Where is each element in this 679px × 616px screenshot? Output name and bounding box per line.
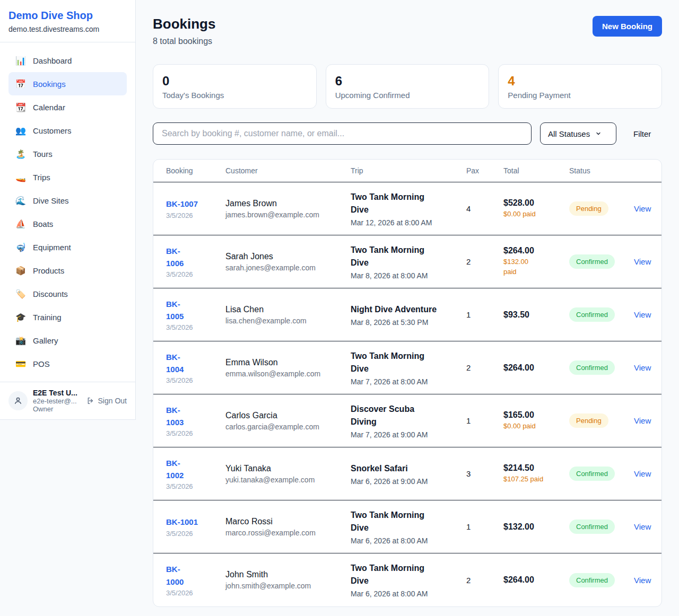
sidebar-item-label: Discounts [33,289,68,298]
status-badge: Confirmed [569,467,615,481]
sidebar: Demo Dive Shop demo.test.divestreams.com… [0,0,136,420]
sidebar-item-label: Bookings [33,80,66,89]
pax-count: 1 [466,522,503,531]
trip-name: Two Tank Morning Dive [351,350,440,375]
customer-email: john.smith@example.com [225,582,351,590]
sidebar-item-dive-sites[interactable]: 🌊 Dive Sites [8,189,127,212]
booking-id-link[interactable]: BK-1003 [166,404,190,429]
view-link[interactable]: View [628,469,651,478]
trip-datetime: Mar 12, 2026 at 8:00 AM [351,218,466,227]
pax-count: 2 [466,576,503,585]
customer-email: marco.rossi@example.com [225,529,351,537]
sidebar-item-label: Boats [33,219,53,228]
trip-datetime: Mar 6, 2026 at 8:00 AM [351,589,466,598]
trip-name: Two Tank Morning Dive [351,562,440,587]
pax-count: 3 [466,469,503,478]
column-header-pax: Pax [466,166,503,175]
stat-value: 6 [335,74,480,89]
tear-off-calendar-icon: 📆 [15,102,27,112]
sidebar-item-training[interactable]: 🎓 Training [8,305,127,329]
sidebar-user-footer: E2E Test U... e2e-tester@... Owner Sign … [0,382,135,419]
person-icon [13,396,23,406]
sidebar-item-gallery[interactable]: 📸 Gallery [8,329,127,352]
bookings-table: Booking Customer Trip Pax Total Status B… [153,159,662,607]
trip-datetime: Mar 6, 2026 at 9:00 AM [351,477,466,486]
sidebar-item-trips[interactable]: 🚤 Trips [8,165,127,189]
view-link[interactable]: View [628,416,651,425]
trip-name: Two Tank Morning Dive [351,509,440,534]
sidebar-item-label: Customers [33,126,72,135]
pax-count: 2 [466,257,503,266]
sidebar-item-label: POS [33,359,50,368]
sidebar-item-pos[interactable]: 💳 POS [8,352,127,375]
sidebar-item-label: Dive Sites [33,196,69,205]
booking-date: 3/5/2026 [166,376,225,384]
booking-id-link[interactable]: BK-1005 [166,298,190,323]
credit-card-icon: 💳 [15,359,27,369]
table-row: BK-1000 3/5/2026 John Smith john.smith@e… [153,553,661,606]
sidebar-item-calendar[interactable]: 📆 Calendar [8,95,127,119]
customer-email: carlos.garcia@example.com [225,423,351,431]
customer-email: yuki.tanaka@example.com [225,476,351,484]
camera-icon: 📸 [15,336,27,346]
pax-count: 2 [466,363,503,372]
sidebar-item-products[interactable]: 📦 Products [8,259,127,282]
new-booking-button[interactable]: New Booking [593,16,662,37]
view-link[interactable]: View [628,576,651,585]
booking-date: 3/5/2026 [166,429,225,437]
customer-name: James Brown [225,199,351,208]
customer-email: lisa.chen@example.com [225,316,351,325]
avatar [8,391,28,410]
sidebar-item-tours[interactable]: 🏝️ Tours [8,142,127,165]
user-info: E2E Test U... e2e-tester@... Owner [33,389,81,413]
column-header-total: Total [503,166,569,175]
view-link[interactable]: View [628,257,651,266]
sidebar-item-customers[interactable]: 👥 Customers [8,119,127,142]
sign-out-button[interactable]: Sign Out [86,397,127,405]
shop-title: Demo Dive Shop [8,10,127,22]
sidebar-item-dashboard[interactable]: 📊 Dashboard [8,49,127,72]
stat-card-todays-bookings: 0 Today's Bookings [153,64,317,109]
customer-name: Yuki Tanaka [225,464,351,473]
paid-amount: $107.25 paid [503,474,569,485]
sidebar-item-bookings[interactable]: 📅 Bookings [8,72,127,95]
trip-name: Discover Scuba Diving [351,403,440,428]
shop-domain: demo.test.divestreams.com [8,25,127,33]
customer-email: james.brown@example.com [225,210,351,219]
stats-row: 0 Today's Bookings 6 Upcoming Confirmed … [153,64,662,109]
sidebar-item-boats[interactable]: ⛵ Boats [8,212,127,235]
speedboat-icon: 🚤 [15,172,27,182]
sailboat-icon: ⛵ [15,219,27,229]
view-link[interactable]: View [628,204,651,213]
booking-id-link[interactable]: BK-1004 [166,351,190,376]
booking-id-link[interactable]: BK-1006 [166,245,190,270]
trip-datetime: Mar 7, 2026 at 9:00 AM [351,430,466,439]
booking-id-link[interactable]: BK-1000 [166,563,190,588]
view-link[interactable]: View [628,310,651,319]
filter-controls: All Statuses Filter [153,122,662,145]
booking-id-link[interactable]: BK-1001 [166,516,225,528]
search-input[interactable] [153,122,532,145]
sidebar-item-discounts[interactable]: 🏷️ Discounts [8,282,127,305]
booking-id-link[interactable]: BK-1002 [166,457,190,482]
total-amount: $165.00 [503,410,569,420]
customer-name: John Smith [225,570,351,579]
paid-amount: $0.00 paid [503,421,569,432]
customer-name: Marco Rossi [225,517,351,526]
booking-date: 3/5/2026 [166,212,225,219]
total-amount: $214.50 [503,463,569,473]
view-link[interactable]: View [628,522,651,531]
booking-id-link[interactable]: BK-1007 [166,198,225,210]
status-badge: Pending [569,413,608,428]
filter-button[interactable]: Filter [633,129,651,138]
logout-icon [86,397,95,405]
sidebar-item-equipment[interactable]: 🤿 Equipment [8,235,127,259]
status-filter-select[interactable]: All Statuses [540,122,616,145]
total-amount: $264.00 [503,575,569,585]
chevron-down-icon [595,130,602,137]
trip-name: Two Tank Morning Dive [351,244,440,269]
sidebar-item-label: Calendar [33,103,65,112]
table-row: BK-1003 3/5/2026 Carlos Garcia carlos.ga… [153,394,661,447]
view-link[interactable]: View [628,363,651,372]
table-row: BK-1007 3/5/2026 James Brown james.brown… [153,182,661,235]
